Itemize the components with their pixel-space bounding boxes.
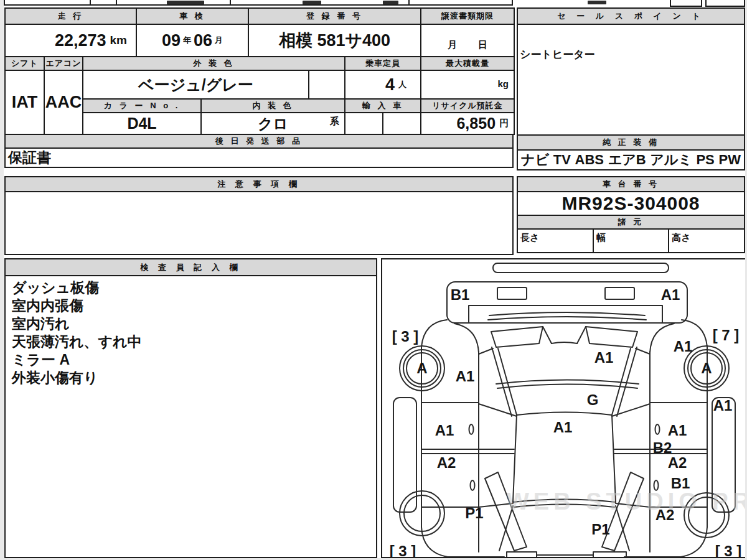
exterior-color-header: 外 装 色	[83, 57, 345, 70]
damage-code-label: A1	[674, 338, 693, 355]
sales-points-header: セ ー ル ス ポ イ ン ト	[517, 8, 745, 24]
damage-code-label: [ 7 ]	[713, 327, 740, 344]
registration-header: 登 録 番 号	[248, 8, 421, 24]
interior-color-value: クロ 系	[201, 113, 345, 134]
damage-code-label: A1	[435, 422, 454, 439]
inspection-header: 車 検	[136, 8, 248, 24]
color-no-value: D4L	[83, 113, 201, 134]
inspector-note-line: 天張薄汚れ、すれ中	[6, 333, 376, 351]
chassis-block: 車 台 番 号 MR92S-304008 諸 元 長さ 幅 高さ	[517, 176, 745, 253]
damage-diagram-block: WEB STUDIO PRO B1A1[ 3 ][ 7 ]A1AA1A1AGA1…	[381, 258, 747, 558]
color-equipment-table: シフト エアコン 外 装 色 乗車定員 最大積載量 IAT AAC ベージュ/グ…	[4, 56, 515, 135]
chassis-value: MR92S-304008	[517, 192, 745, 215]
later-parts-value: 保証書	[5, 148, 513, 167]
damage-code-label: A2	[655, 506, 675, 524]
inspector-notes: ダッシュ板傷室内内張傷室内汚れ天張薄汚れ、すれ中ミラー A外装小傷有り	[6, 276, 376, 387]
recycle-deposit-header: リサイクル預託金	[421, 99, 514, 113]
exterior-color-value: ベージュ/グレー	[83, 70, 309, 99]
damage-code-label: [ 3 ]	[392, 328, 419, 345]
damage-code-label: A1	[594, 349, 614, 366]
import-car-header: 輸 入 車	[345, 99, 421, 113]
specs-header: 諸 元	[517, 215, 745, 229]
inspector-note-line: 室内内張傷	[6, 297, 376, 315]
shift-value: IAT	[5, 70, 44, 134]
inspection-value: 09 年 06 月	[136, 24, 248, 57]
genuine-equipment-header: 純 正 装 備	[517, 135, 745, 150]
watermark-text: WEB STUDIO PRO	[507, 488, 706, 515]
auction-sheet-scan: 走 行 車 検 登 録 番 号 譲渡書類期限 22,273 km 09 年 06	[0, 0, 747, 560]
damage-code-label: [ 3 ]	[390, 543, 416, 558]
mileage-value: 22,273 km	[5, 24, 136, 57]
damage-code-label: A1	[553, 419, 573, 436]
equipment-item: エアB	[608, 151, 646, 169]
damage-code-label: A1	[668, 422, 687, 439]
transfer-deadline-value: 月 日	[421, 24, 514, 57]
damage-code-label: A	[416, 360, 427, 377]
damage-code-label: P1	[591, 521, 609, 538]
aircon-header: エアコン	[44, 57, 83, 70]
damage-code-label: B1	[451, 286, 470, 304]
inspector-notes-block: 検 査 員 記 入 欄 ダッシュ板傷室内内張傷室内汚れ天張薄汚れ、すれ中ミラー …	[4, 258, 377, 558]
damage-code-label: A	[701, 360, 712, 377]
capacity-header: 乗車定員	[345, 57, 421, 70]
damage-code-label: A2	[437, 454, 456, 472]
equipment-item: PS	[696, 152, 714, 168]
spec-width-cell: 幅	[593, 229, 669, 253]
vehicle-info-table: 走 行 車 検 登 録 番 号 譲渡書類期限 22,273 km 09 年 06	[4, 7, 514, 168]
genuine-equipment-value: ナビTVABSエアBアルミPSPW	[517, 150, 745, 170]
notes-value	[5, 192, 513, 254]
scan-edge-left	[0, 0, 4, 560]
aircon-value: AAC	[44, 70, 83, 134]
sales-points-block: セ ー ル ス ポ イ ン ト シートヒーター 純 正 装 備 ナビTVABSエ…	[517, 7, 745, 170]
chassis-header: 車 台 番 号	[517, 177, 745, 192]
registration-value: 相模 581サ400	[248, 24, 421, 57]
inspector-note-line: 外装小傷有り	[6, 369, 376, 387]
damage-code-label: A1	[661, 286, 680, 304]
inspector-note-line: ダッシュ板傷	[6, 279, 376, 297]
damage-code-label: B1	[671, 475, 690, 492]
equipment-item: TV	[553, 152, 571, 168]
spec-length-cell: 長さ	[517, 229, 593, 253]
later-parts-table: 後 日 発 送 部 品 保証書	[4, 134, 514, 168]
exterior-color-extra-cell	[309, 70, 345, 99]
mileage-header: 走 行	[5, 8, 136, 24]
equipment-item: ABS	[575, 152, 604, 168]
capacity-value: 4 人	[345, 70, 421, 99]
import-car-cell-2	[383, 113, 421, 134]
notes-header: 注 意 事 項 欄	[5, 177, 513, 192]
cropped-cell	[705, 0, 745, 7]
damage-code-label: A2	[668, 454, 687, 472]
transfer-deadline-header: 譲渡書類期限	[421, 8, 514, 24]
registration-table: 走 行 車 検 登 録 番 号 譲渡書類期限 22,273 km 09 年 06	[4, 7, 515, 57]
shift-header: シフト	[5, 57, 44, 70]
color-no-header: カ ラ ー N o .	[83, 99, 201, 113]
damage-code-label: A1	[456, 368, 475, 385]
inspector-note-line: ミラー A	[6, 351, 376, 369]
cut-text-remnant	[383, 1, 398, 4]
equipment-row: ナビTVABSエアBアルミPSPW	[518, 151, 744, 169]
inspector-note-line: 室内汚れ	[6, 315, 376, 333]
sales-points-value: シートヒーター	[517, 24, 745, 135]
recycle-deposit-value: 6,850 円	[421, 113, 514, 134]
damage-code-label: P1	[465, 505, 483, 522]
cropped-cell	[670, 0, 702, 7]
later-parts-header: 後 日 発 送 部 品	[5, 134, 513, 148]
spec-height-cell: 高さ	[669, 229, 745, 253]
cropped-row-remnant	[4, 0, 745, 6]
max-load-value: kg	[421, 70, 514, 99]
damage-code-label: A1	[713, 397, 733, 414]
damage-code-label: [ 3 ]	[715, 543, 742, 558]
cut-text-remnant	[588, 1, 606, 4]
cut-text-remnant	[303, 1, 321, 4]
damage-code-label: G	[587, 391, 599, 409]
max-load-header: 最大積載量	[421, 57, 514, 70]
import-car-cell-1	[345, 113, 383, 134]
cut-text-remnant	[167, 1, 204, 4]
equipment-item: アルミ	[650, 151, 692, 169]
interior-color-header: 内 装 色	[201, 99, 345, 113]
inspector-notes-header: 検 査 員 記 入 欄	[6, 259, 376, 276]
notes-block: 注 意 事 項 欄	[4, 176, 514, 255]
equipment-item: PW	[718, 152, 740, 168]
equipment-item: ナビ	[521, 151, 549, 169]
